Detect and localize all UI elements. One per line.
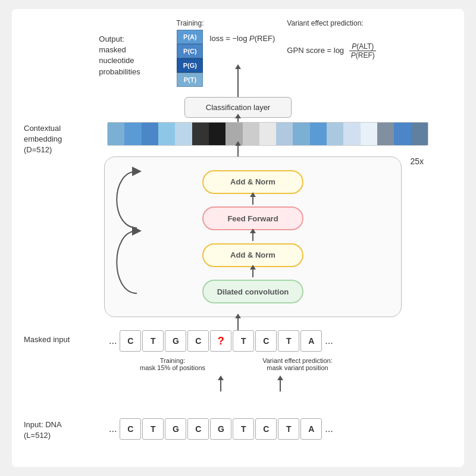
embedding-cell — [175, 123, 192, 145]
embedding-cell — [243, 123, 259, 145]
residual-svg — [104, 156, 277, 317]
seq-cell-dna-A: A — [300, 418, 322, 440]
seq-cell-masked-C1: C — [120, 330, 141, 352]
seq-cell-masked-C3: C — [255, 330, 277, 352]
prob-box-G: P(G) — [177, 58, 203, 73]
contextual-embedding-label: Contextual embedding (D=512) — [24, 123, 62, 156]
input-dna-row: ... C T G C G T C T A ... — [107, 418, 335, 440]
dots-right-dna: ... — [325, 424, 333, 434]
prob-box-A: P(A) — [177, 30, 203, 44]
seq-cell-masked-Q: ? — [210, 330, 231, 352]
masked-input-row: ... C T G C ? T C T A ... — [107, 330, 335, 352]
dots-left-dna: ... — [109, 424, 117, 434]
seq-cell-dna-T2: T — [233, 418, 254, 440]
seq-cell-dna-T3: T — [278, 418, 299, 440]
variant-label: Variant effect prediction: — [287, 19, 377, 27]
embedding-cell — [124, 123, 141, 145]
seq-cell-dna-G2: G — [210, 418, 231, 440]
embedding-cell — [377, 123, 394, 145]
embedding-cell — [394, 123, 411, 145]
training-section: Training: P(A) P(C) P(G) P(T) — [176, 19, 203, 87]
seq-cell-dna-T1: T — [142, 418, 164, 440]
seq-cell-masked-G: G — [165, 330, 186, 352]
embedding-cell — [310, 123, 327, 145]
diagram-container: Output: masked nucleotide probabilities … — [12, 9, 464, 467]
embedding-cell — [192, 123, 209, 145]
dots-left-masked: ... — [109, 336, 117, 346]
prob-box-C: P(C) — [177, 44, 203, 58]
repeat-label: 25x — [410, 156, 424, 166]
variant-section: Variant effect prediction: GPN score = l… — [287, 19, 377, 60]
seq-cell-dna-C1: C — [120, 418, 141, 440]
prob-box-T: P(T) — [177, 73, 203, 87]
embedding-cell — [209, 123, 226, 145]
embedding-cell — [293, 123, 309, 145]
embedding-cell — [327, 123, 343, 145]
arrow-input-to-masked-left — [220, 380, 221, 392]
training-label: Training: — [176, 19, 203, 27]
seq-cell-dna-C3: C — [255, 418, 277, 440]
training-mask-label: Training:mask 15% of positions — [131, 357, 214, 371]
masked-input-label: Masked input — [24, 335, 70, 344]
seq-cell-masked-A: A — [300, 330, 322, 352]
embedding-bar-container — [107, 122, 428, 146]
embedding-cell — [108, 123, 124, 145]
gpn-equation: GPN score = log P(ALT) P(REF) — [287, 42, 377, 60]
dots-right-masked: ... — [325, 336, 333, 346]
output-label: Output: masked nucleotide probabilities — [99, 34, 176, 77]
seq-cell-masked-T3: T — [278, 330, 299, 352]
variant-mask-label: Variant effect prediction:mask variant p… — [250, 357, 345, 371]
prob-boxes: P(A) P(C) P(G) P(T) — [177, 30, 203, 87]
arrow-prob-to-cls — [237, 68, 239, 97]
embedding-cell — [343, 123, 360, 145]
embedding-cell — [361, 123, 377, 145]
seq-cell-dna-G1: G — [165, 418, 186, 440]
embedding-cell — [158, 123, 175, 145]
seq-cell-masked-T2: T — [233, 330, 254, 352]
embedding-cell — [259, 123, 276, 145]
embedding-cell — [142, 123, 158, 145]
loss-equation: loss = −log P(REF) — [210, 34, 275, 43]
input-dna-label: Input: DNA (L=512) — [24, 419, 62, 441]
seq-cell-dna-C2: C — [187, 418, 209, 440]
arrow-block-to-emb — [237, 145, 239, 156]
embedding-bar — [107, 122, 428, 146]
embedding-cell — [411, 123, 428, 145]
embedding-cell — [276, 123, 293, 145]
seq-cell-masked-T1: T — [142, 330, 164, 352]
seq-cell-masked-C2: C — [187, 330, 209, 352]
arrow-input-to-masked-right — [280, 380, 281, 392]
